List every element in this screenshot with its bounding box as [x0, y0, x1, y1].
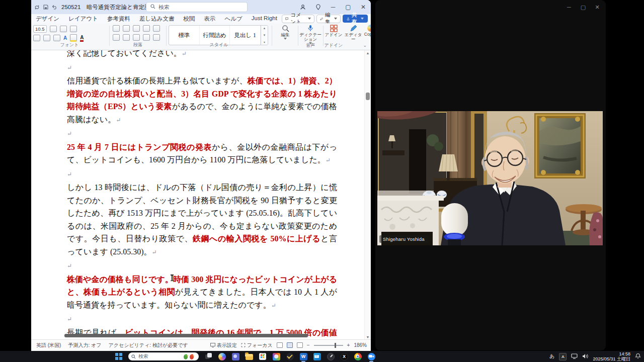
scroll-down-arrow[interactable]: ▼ [365, 335, 371, 339]
superscript-icon[interactable] [53, 35, 60, 41]
zoom-slider[interactable] [314, 345, 343, 346]
font-color-icon[interactable]: A [80, 35, 84, 42]
taskbar-task-view-icon[interactable] [204, 352, 212, 360]
increase-indent-icon[interactable] [153, 25, 160, 32]
ribbon-tab-2[interactable]: レイアウト [64, 15, 103, 23]
word-window: 250521 暗号通貨否定論と肯定論.docx… 検索 ─ ▢ ✕ デザインレイ… [31, 0, 371, 351]
ribbon-collapse-chevron[interactable]: ⌄ [363, 43, 367, 48]
zoom-maximize-button[interactable]: ▢ [580, 4, 587, 11]
display-settings-button[interactable]: 表示設定 [210, 342, 237, 349]
document-paragraph[interactable]: 長期で見れば、ビットコインは、開発後の 16 年間で、1 万 5000 倍の価値… [67, 326, 337, 340]
notification-bell-icon[interactable] [635, 352, 641, 361]
justify-icon[interactable] [143, 34, 150, 41]
document-paragraph[interactable]: ↵ [67, 312, 337, 326]
clock[interactable]: 14:58 2025/05/31 土曜日 [593, 351, 630, 361]
taskbar-teams-icon[interactable] [231, 352, 239, 360]
vertical-scrollbar[interactable]: ▲ ▼ [364, 50, 371, 340]
ribbon-tab-6[interactable]: 表示 [199, 15, 220, 23]
taskbar-start-icon[interactable] [115, 352, 123, 360]
document-paragraph[interactable]: しかし 13 時間後には、ドルの下落（ドル国債の売り＝金利の上昇）に慌てたのか、… [67, 181, 337, 259]
taskbar-file-explorer-icon[interactable] [245, 352, 253, 360]
document-paragraph[interactable]: ↵ [67, 61, 337, 75]
document-paragraph[interactable]: ↵ [67, 127, 337, 141]
multilevel-list-icon[interactable] [133, 25, 140, 32]
ribbon-tab-1[interactable]: デザイン [31, 15, 64, 23]
document-paragraph[interactable]: 信用通貨で計る株価の長期上昇も似ていますが、株価では、1）増資、2）増資の逆の自… [67, 74, 337, 127]
zoom-minimize-button[interactable]: ─ [566, 4, 573, 11]
align-center-icon[interactable] [123, 34, 130, 41]
document-paragraph[interactable]: ↵ [67, 167, 337, 182]
statusbar-item-3[interactable]: アクセシビリティ: 検討が必要です [108, 342, 188, 349]
taskbar-copilot-icon[interactable] [218, 352, 226, 360]
line-spacing-icon[interactable] [153, 34, 160, 41]
strikethrough-icon[interactable] [33, 35, 40, 41]
addins-button[interactable]: アドイン [324, 25, 343, 37]
taskbar-chrome-icon[interactable] [354, 352, 362, 360]
numbering-icon[interactable] [123, 25, 130, 32]
align-right-icon[interactable] [133, 34, 140, 41]
taskbar-x-app-icon[interactable]: X [340, 352, 348, 360]
horizontal-scrollbar-thumb[interactable] [64, 334, 308, 337]
comments-button[interactable]: コメント [282, 15, 314, 23]
change-case-icon[interactable] [70, 26, 77, 32]
taskbar-word-icon[interactable]: W [299, 352, 307, 360]
zoom-percentage[interactable]: 186% [354, 342, 367, 348]
word-search-box[interactable]: 検索 [146, 2, 248, 12]
editing-mode-button[interactable]: 編集 [316, 15, 341, 23]
document-paragraph[interactable]: 25 年 4 月 7 日にはトランプ関税の発表から、金以外の金融商品は下がって、… [67, 141, 337, 167]
document-paragraph[interactable]: ↵ [67, 259, 337, 273]
editing-menu-button[interactable]: 編集 [274, 25, 297, 40]
ribbon-tab-7[interactable]: ヘルプ [220, 15, 247, 23]
network-icon[interactable] [571, 352, 578, 361]
zoom-close-button[interactable]: ✕ [594, 4, 601, 11]
word-titlebar: 250521 暗号通貨否定論と肯定論.docx… 検索 ─ ▢ ✕ [31, 0, 371, 14]
align-left-icon[interactable] [113, 34, 120, 41]
ribbon-tab-3[interactable]: 参考資料 [103, 15, 135, 23]
grow-font-icon[interactable] [50, 26, 57, 32]
statusbar-item-2[interactable]: 予測入力: オフ [68, 342, 101, 349]
highlight-color-icon[interactable] [70, 34, 77, 42]
taskbar-app-gold-icon[interactable] [286, 352, 294, 360]
focus-button[interactable]: フォーカス [241, 342, 273, 349]
ime-indicator[interactable]: あ [549, 353, 554, 360]
copilot-button[interactable]: Copilot [362, 25, 371, 37]
decrease-indent-icon[interactable] [143, 25, 150, 32]
zoom-slider-thumb[interactable] [335, 343, 336, 348]
undo-icon[interactable] [52, 5, 57, 10]
taskbar-microsoft-store-icon[interactable] [259, 352, 267, 360]
taskbar-outlook-icon[interactable] [313, 352, 321, 360]
bullets-icon[interactable] [113, 25, 120, 32]
share-button[interactable]: 共有 [343, 15, 368, 23]
ribbon-tab-8[interactable]: Just Right [247, 15, 282, 23]
subscript-icon[interactable] [43, 35, 50, 41]
scroll-up-arrow[interactable]: ▲ [365, 51, 371, 55]
web-layout-view-icon[interactable] [297, 342, 303, 348]
text-effects-icon[interactable]: A [63, 35, 67, 41]
taskbar-search-box[interactable]: 検索 [128, 352, 199, 360]
save-icon[interactable] [43, 5, 48, 10]
statusbar-item-1[interactable]: 英語 (米国) [36, 342, 61, 349]
print-layout-view-icon[interactable] [287, 342, 293, 348]
font-size-box[interactable]: 10.5 [33, 25, 47, 33]
dictation-button[interactable]: ディクテーション [299, 25, 322, 44]
taskbar-zoom-app-icon[interactable] [367, 352, 375, 360]
ribbon-tab-4[interactable]: 差し込み文書 [135, 15, 179, 23]
vertical-scrollbar-thumb[interactable] [366, 93, 370, 100]
document-text[interactable]: 深く記憶しておいてください。↵↵信用通貨で計る株価の長期上昇も似ていますが、株価… [67, 50, 337, 340]
zoom-out-button[interactable]: − [307, 342, 310, 348]
taskbar-photos-icon[interactable] [272, 352, 280, 360]
presence-icon[interactable] [310, 0, 326, 14]
tray-app-icon[interactable]: A [559, 353, 567, 360]
autosave-icon[interactable] [34, 5, 40, 10]
editor-button[interactable]: エディター [343, 25, 363, 42]
shrink-font-icon[interactable] [60, 26, 67, 32]
taskbar-gauge-app-icon[interactable] [327, 352, 335, 360]
document-paragraph[interactable]: 株価や金の価格も同じです。時価 300 兆円になったビットコインが上がると、株価… [67, 273, 337, 313]
document-canvas[interactable]: 深く記憶しておいてください。↵↵信用通貨で計る株価の長期上昇も似ていますが、株価… [31, 50, 371, 340]
zoom-in-button[interactable]: + [347, 342, 350, 348]
document-paragraph[interactable]: 深く記憶しておいてください。↵ [67, 50, 337, 61]
ribbon-tab-5[interactable]: 校閲 [179, 15, 199, 23]
read-mode-view-icon[interactable] [277, 342, 283, 348]
volume-icon[interactable] [582, 352, 588, 361]
participant-video[interactable]: Shigeharu Yoshida [377, 111, 603, 245]
